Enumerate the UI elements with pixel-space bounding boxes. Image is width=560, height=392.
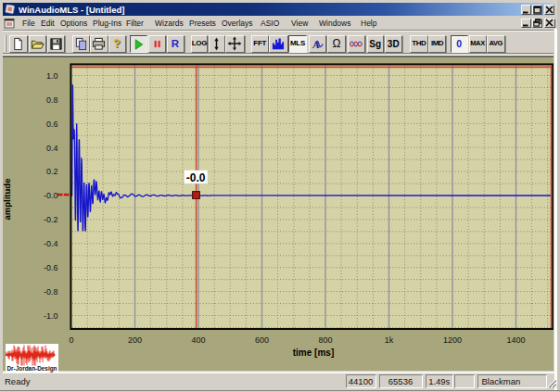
svg-text:-0.6: -0.6	[44, 263, 58, 272]
svg-text:800: 800	[318, 335, 332, 345]
svg-text:-1.0: -1.0	[44, 311, 58, 321]
svg-text:600: 600	[255, 335, 269, 345]
svg-text:1k: 1k	[385, 335, 394, 345]
svg-text:0: 0	[69, 335, 73, 345]
svg-text:1.0: 1.0	[46, 71, 58, 81]
svg-text:200: 200	[128, 335, 142, 345]
svg-text:0.2: 0.2	[46, 167, 58, 176]
svg-text:-0.8: -0.8	[44, 287, 58, 297]
svg-text:-0.0: -0.0	[186, 171, 206, 184]
svg-text:Dr-Jordan-Design: Dr-Jordan-Design	[7, 365, 57, 373]
svg-text:-0.2: -0.2	[44, 215, 58, 224]
svg-text:1400: 1400	[506, 335, 525, 345]
svg-text:amplitude: amplitude	[3, 179, 12, 221]
svg-text:0.4: 0.4	[46, 144, 58, 153]
svg-text:time [ms]: time [ms]	[293, 348, 334, 358]
svg-text:-0.0: -0.0	[44, 191, 58, 200]
svg-text:400: 400	[191, 335, 205, 345]
svg-text:-0.4: -0.4	[44, 239, 58, 248]
svg-text:0.6: 0.6	[46, 120, 58, 129]
svg-text:1200: 1200	[443, 335, 462, 345]
svg-text:0.8: 0.8	[46, 95, 58, 105]
